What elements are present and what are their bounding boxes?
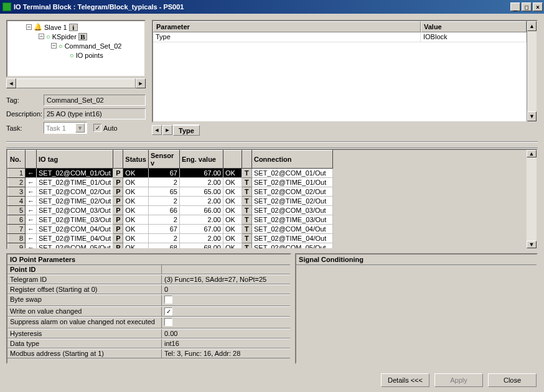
row-number[interactable]: 5	[8, 206, 26, 215]
connection-cell[interactable]: SET_02@COM_03/Out	[251, 206, 332, 215]
scroll-track[interactable]	[16, 78, 136, 88]
parameter-grid[interactable]: Parameter Value Type IOBlock	[152, 20, 538, 123]
col-status[interactable]: Status	[123, 151, 149, 169]
t-icon[interactable]: T	[242, 206, 251, 215]
connection-cell[interactable]: SET_02@COM_04/Out	[251, 225, 332, 234]
connection-cell[interactable]: SET_02@TIME_01/Out	[251, 178, 332, 187]
tree-node-label[interactable]: KSpider	[52, 33, 77, 40]
param-value[interactable]: 0	[162, 285, 290, 294]
col-no[interactable]: No.	[8, 151, 26, 169]
close-button[interactable]: Close	[488, 373, 537, 387]
table-row[interactable]: 1←SET_02@COM_01/OutPOK6767.00OKTSET_02@C…	[8, 169, 333, 178]
t-icon[interactable]: T	[242, 225, 251, 234]
param-value[interactable]: Tel: 3, Func: 16, Addr: 28	[162, 349, 290, 358]
param-row[interactable]: Point ID	[7, 265, 290, 274]
connection-cell[interactable]: SET_02@TIME_03/Out	[251, 215, 332, 225]
param-row[interactable]: Suppress alarm on value changed not exec…	[7, 317, 290, 329]
scroll-down-icon[interactable]	[527, 111, 537, 121]
param-row[interactable]: Modbus address (Starting at 1)Tel: 3, Fu…	[7, 348, 290, 358]
tab-type[interactable]: Type	[173, 124, 200, 136]
p-icon[interactable]: P	[113, 234, 123, 243]
device-tree[interactable]: − 🔔 Slave 1 i − ○ KSpider B − ○ Command_…	[6, 20, 146, 77]
chevron-down-icon[interactable]	[75, 123, 85, 133]
scroll-up-icon[interactable]	[527, 21, 537, 31]
tab-nav-right-icon[interactable]	[162, 125, 172, 135]
p-icon[interactable]: P	[113, 169, 123, 178]
param-value[interactable]	[162, 265, 290, 274]
table-row[interactable]: 5←SET_02@COM_03/OutPOK6666.00OKTSET_02@C…	[8, 206, 333, 215]
p-icon[interactable]: P	[113, 215, 123, 225]
io-tag-cell[interactable]: SET_02@COM_03/Out	[37, 206, 113, 215]
connection-cell[interactable]: SET_02@COM_05/Out	[251, 243, 332, 249]
maximize-button[interactable]: □	[522, 2, 532, 11]
p-icon[interactable]: P	[113, 243, 123, 249]
param-row[interactable]: Write on value changed✓	[7, 306, 290, 317]
param-header-value[interactable]: Value	[421, 21, 527, 32]
io-tag-cell[interactable]: SET_02@COM_01/Out	[37, 169, 113, 178]
t-icon[interactable]: T	[242, 234, 251, 243]
col-t[interactable]	[242, 151, 251, 169]
t-icon[interactable]: T	[242, 178, 251, 187]
apply-button[interactable]: Apply	[434, 373, 483, 387]
param-row[interactable]: Telegram ID(3) Func=16, SAddr=27, NoPt=2…	[7, 274, 290, 284]
tab-nav-left-icon[interactable]	[152, 125, 162, 135]
param-value[interactable]: (3) Func=16, SAddr=27, NoPt=25	[162, 275, 290, 284]
table-row[interactable]: 6←SET_02@TIME_03/OutPOK22.00OKTSET_02@TI…	[8, 215, 333, 225]
table-row[interactable]: 4←SET_02@TIME_02/OutPOK22.00OKTSET_02@TI…	[8, 197, 333, 206]
t-icon[interactable]: T	[242, 197, 251, 206]
tree-node-label[interactable]: Slave 1	[44, 24, 67, 31]
close-window-button[interactable]: ×	[533, 2, 543, 11]
p-icon[interactable]: P	[113, 206, 123, 215]
scroll-left-icon[interactable]	[6, 78, 16, 88]
row-number[interactable]: 1	[8, 169, 26, 178]
param-cell[interactable]: Type	[153, 32, 421, 42]
col-arrow[interactable]	[26, 151, 37, 169]
connection-cell[interactable]: SET_02@TIME_02/Out	[251, 197, 332, 206]
tree-h-scrollbar[interactable]	[6, 78, 146, 88]
io-table[interactable]: No. IO tag Status Sensor v Eng. value Co…	[6, 149, 538, 250]
tree-node-label[interactable]: Command_Set_02	[65, 42, 122, 50]
checkbox[interactable]: ✓	[164, 307, 172, 315]
param-cell[interactable]: IOBlock	[421, 32, 527, 42]
param-row[interactable]: Data typeint16	[7, 338, 290, 348]
p-icon[interactable]: P	[113, 178, 123, 187]
param-value[interactable]	[162, 295, 290, 306]
col-p[interactable]	[113, 151, 123, 169]
col-connection[interactable]: Connection	[251, 151, 332, 169]
task-combo[interactable]: Task 1	[44, 122, 87, 134]
io-tag-cell[interactable]: SET_02@TIME_04/Out	[37, 234, 113, 243]
io-v-scrollbar[interactable]	[527, 150, 537, 248]
p-icon[interactable]: P	[113, 197, 123, 206]
table-row[interactable]: 8←SET_02@TIME_04/OutPOK22.00OKTSET_02@TI…	[8, 234, 333, 243]
info-icon[interactable]: i	[69, 24, 78, 31]
t-icon[interactable]: T	[242, 187, 251, 197]
io-tag-cell[interactable]: SET_02@TIME_01/Out	[37, 178, 113, 187]
param-value[interactable]	[162, 317, 290, 328]
details-button[interactable]: Details <<<	[381, 373, 429, 387]
scroll-down-icon[interactable]	[527, 241, 537, 248]
description-field[interactable]: 25 AO (type int16)	[44, 108, 146, 119]
col-evstatus[interactable]	[223, 151, 242, 169]
table-row[interactable]: 9←SET_02@COM_05/OutPOK6868.00OKTSET_02@C…	[8, 243, 333, 249]
param-value[interactable]: ✓	[162, 307, 290, 316]
scroll-up-icon[interactable]	[527, 150, 537, 157]
param-row[interactable]: Register offset (Starting at 0)0	[7, 284, 290, 294]
col-iotag[interactable]: IO tag	[37, 151, 113, 169]
info-icon[interactable]: B	[78, 33, 87, 40]
connection-cell[interactable]: SET_02@COM_01/Out	[251, 169, 332, 178]
param-header-parameter[interactable]: Parameter	[153, 21, 421, 32]
checkbox[interactable]	[164, 318, 172, 326]
t-icon[interactable]: T	[242, 243, 251, 249]
col-sensorv[interactable]: Sensor v	[148, 151, 179, 169]
row-number[interactable]: 7	[8, 225, 26, 234]
tag-field[interactable]: Command_Set_02	[44, 95, 146, 106]
io-tag-cell[interactable]: SET_02@TIME_03/Out	[37, 215, 113, 225]
minimize-button[interactable]: _	[510, 2, 520, 11]
t-icon[interactable]: T	[242, 169, 251, 178]
param-value[interactable]: int16	[162, 339, 290, 348]
table-row[interactable]: 3←SET_02@COM_02/OutPOK6565.00OKTSET_02@C…	[8, 187, 333, 197]
param-row[interactable]: Hysteresis0.00	[7, 329, 290, 338]
p-icon[interactable]: P	[113, 225, 123, 234]
param-row[interactable]: Byte swap	[7, 294, 290, 306]
table-row[interactable]: 7←SET_02@COM_04/OutPOK6767.00OKTSET_02@C…	[8, 225, 333, 234]
